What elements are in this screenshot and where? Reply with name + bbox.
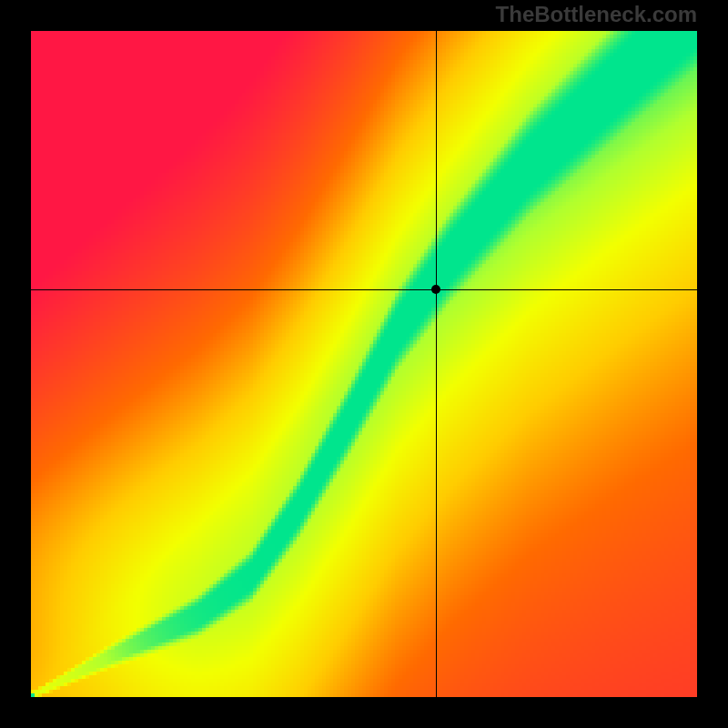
data-point-marker [431,285,440,294]
watermark-text: TheBottleneck.com [496,2,697,27]
crosshair-vertical [436,31,437,697]
heatmap-plot [31,31,697,697]
crosshair-horizontal [31,289,697,290]
outer-frame: TheBottleneck.com [0,0,728,728]
heatmap-canvas [31,31,697,697]
